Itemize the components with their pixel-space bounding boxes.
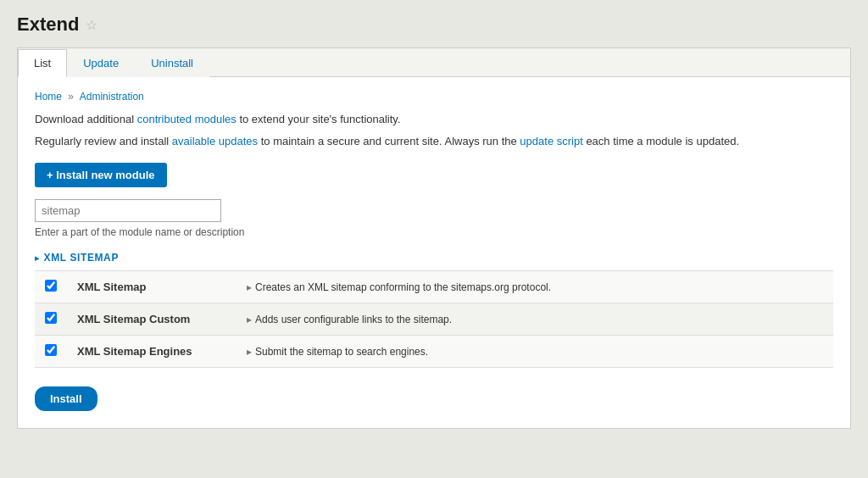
info-line1: Download additional contributed modules …: [35, 111, 833, 128]
module-name: XML Sitemap: [67, 271, 236, 303]
page-title-area: Extend ☆: [17, 14, 851, 36]
module-checkbox-cell: [35, 303, 67, 336]
info-line2: Regularly review and install available u…: [35, 133, 833, 150]
xml-sitemap-section-header[interactable]: ▸ XML SITEMAP: [35, 252, 833, 264]
search-hint: Enter a part of the module name or descr…: [35, 226, 833, 238]
main-content: Home » Administration Download additiona…: [18, 77, 850, 428]
breadcrumb: Home » Administration: [35, 91, 833, 103]
arrow-icon: ▸: [247, 346, 252, 358]
page-wrapper: Extend ☆ List Update Uninstall Home » Ad…: [0, 0, 868, 478]
info-line2-pre: Regularly review and install: [35, 135, 172, 147]
tabs-bar: List Update Uninstall: [18, 48, 850, 77]
search-input[interactable]: [35, 199, 221, 222]
breadcrumb-admin[interactable]: Administration: [80, 91, 144, 103]
module-description: ▸Adds user configurable links to the sit…: [236, 303, 833, 336]
table-row: XML Sitemap Custom ▸Adds user configurab…: [35, 303, 833, 336]
tab-uninstall[interactable]: Uninstall: [135, 49, 209, 77]
breadcrumb-home[interactable]: Home: [35, 91, 62, 103]
breadcrumb-separator: »: [68, 91, 74, 103]
table-row: XML Sitemap ▸Creates an XML sitemap conf…: [35, 271, 833, 303]
page-title: Extend: [17, 14, 79, 36]
module-checkbox-cell: [35, 271, 67, 303]
tab-list[interactable]: List: [18, 49, 67, 77]
module-checkbox-cell: [35, 336, 67, 368]
update-script-link[interactable]: update script: [520, 135, 582, 147]
install-new-module-button[interactable]: + Install new module: [35, 163, 167, 187]
module-checkbox[interactable]: [45, 344, 57, 356]
tab-update[interactable]: Update: [67, 49, 135, 77]
table-row: XML Sitemap Engines ▸Submit the sitemap …: [35, 336, 833, 368]
module-description: ▸Creates an XML sitemap conforming to th…: [236, 271, 833, 303]
module-name: XML Sitemap Custom: [67, 303, 236, 336]
module-checkbox[interactable]: [45, 312, 57, 324]
install-button[interactable]: Install: [35, 386, 97, 411]
module-checkbox[interactable]: [45, 280, 57, 292]
info-line2-mid: to maintain a secure and current site. A…: [258, 135, 520, 147]
content-area: List Update Uninstall Home » Administrat…: [17, 47, 851, 429]
favorite-icon[interactable]: ☆: [86, 17, 97, 33]
info-line2-post: each time a module is updated.: [583, 135, 739, 147]
available-updates-link[interactable]: available updates: [172, 135, 258, 147]
module-table: XML Sitemap ▸Creates an XML sitemap conf…: [35, 270, 833, 368]
module-name: XML Sitemap Engines: [67, 336, 236, 368]
section-label: XML SITEMAP: [44, 252, 119, 264]
arrow-icon: ▸: [247, 281, 252, 293]
arrow-icon: ▸: [247, 314, 252, 325]
module-description: ▸Submit the sitemap to search engines.: [236, 336, 833, 368]
contributed-modules-link[interactable]: contributed modules: [137, 113, 236, 125]
section-toggle-icon: ▸: [35, 253, 40, 263]
info-line1-pre: Download additional: [35, 113, 137, 125]
info-line1-post: to extend your site's functionality.: [236, 113, 401, 125]
